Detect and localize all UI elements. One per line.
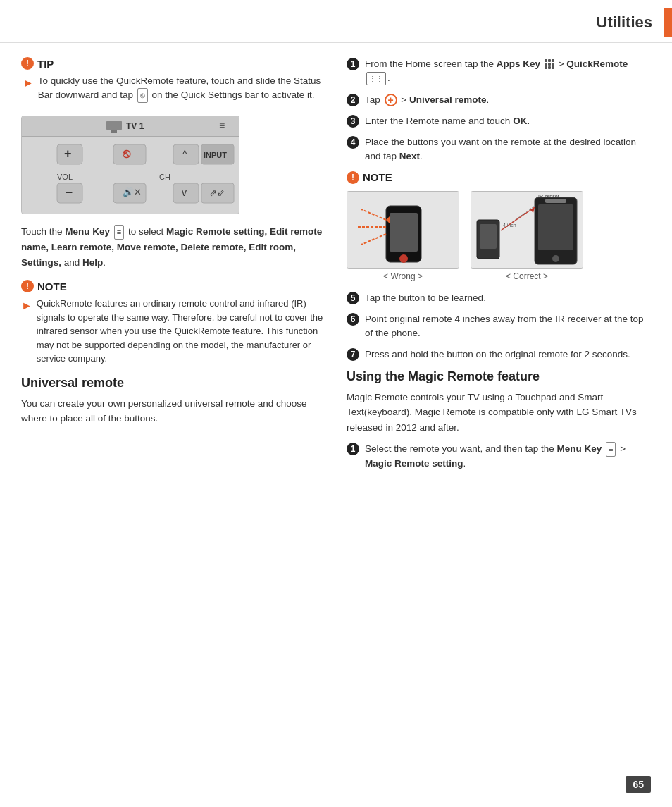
svg-text:IR sensor: IR sensor <box>538 194 560 199</box>
tip-body: ► To quickly use the QuickRemote feature… <box>23 74 325 103</box>
step-1-num: 1 <box>347 58 359 70</box>
step-1-text: From the Home screen tap the Apps Key > … <box>365 57 651 86</box>
svg-text:INPUT: INPUT <box>204 151 227 159</box>
correct-image: IR sensor 4 inch <box>471 191 583 269</box>
menu-key-help: Help <box>82 257 103 268</box>
note-left-header: ! NOTE <box>21 280 325 292</box>
svg-text:4 inch: 4 inch <box>503 223 516 228</box>
svg-rect-4 <box>111 130 117 133</box>
main-content: ! TIP ► To quickly use the QuickRemote f… <box>0 43 672 492</box>
correct-image-container: IR sensor 4 inch < Correct > <box>471 191 583 281</box>
svg-rect-40 <box>545 199 566 203</box>
wrong-image <box>347 191 459 269</box>
svg-point-28 <box>399 254 408 263</box>
remote-image: TV 1 ≡ + ⎋ ^ INPUT VOL CH <box>21 116 239 214</box>
steps-list-2: 5 Tap the button to be learned. 6 Point … <box>347 291 651 362</box>
svg-rect-3 <box>106 121 122 130</box>
step-2-text: Tap + > Universal remote. <box>365 93 489 107</box>
step-7-text: Press and hold the button on the origina… <box>365 347 630 362</box>
note-left-section: ! NOTE ► QuickRemote features an ordinar… <box>21 280 325 366</box>
menu-key-section: Touch the Menu Key ≡ to select Magic Rem… <box>21 224 325 270</box>
magic-steps-list: 1 Select the remote you want, and then t… <box>347 442 651 471</box>
svg-text:^: ^ <box>182 149 187 160</box>
page-title: Utilities <box>597 13 664 32</box>
step-4-num: 4 <box>347 136 359 149</box>
note-right-section: ! NOTE <box>347 171 651 281</box>
universal-remote-text: You can create your own personalized uni… <box>21 396 325 426</box>
page-number: 65 <box>626 776 651 793</box>
step-7-num: 7 <box>347 348 359 361</box>
svg-rect-38 <box>538 204 573 250</box>
svg-text:⇗⇙: ⇗⇙ <box>209 187 225 198</box>
step-6-text: Point original remote 4 inches away from… <box>365 312 651 341</box>
svg-text:v: v <box>182 187 187 198</box>
svg-text:TV 1: TV 1 <box>126 121 144 131</box>
svg-rect-35 <box>480 224 497 249</box>
step-5-text: Tap the button to be learned. <box>365 291 486 305</box>
tip-icon: ! <box>21 57 34 70</box>
svg-text:⎋: ⎋ <box>123 147 131 161</box>
svg-point-39 <box>552 255 559 262</box>
steps-list-1: 1 From the Home screen tap the Apps Key … <box>347 57 651 164</box>
note-right-label: NOTE <box>363 171 392 183</box>
tip-arrow: ► <box>23 75 34 92</box>
step-3-text: Enter the Remote name and touch OK. <box>365 114 530 128</box>
note-left-icon: ! <box>21 280 34 292</box>
power-icon: ⎋ <box>137 88 148 103</box>
step-2: 2 Tap + > Universal remote. <box>347 93 651 107</box>
step-4: 4 Place the buttons you want on the remo… <box>347 135 651 164</box>
left-column: ! TIP ► To quickly use the QuickRemote f… <box>21 57 325 478</box>
wrong-label: < Wrong > <box>347 271 459 281</box>
svg-rect-27 <box>390 213 418 252</box>
tip-label: TIP <box>37 58 54 70</box>
step-2-num: 2 <box>347 94 359 106</box>
correct-label: < Correct > <box>471 271 583 281</box>
note-images-row: < Wrong > <box>347 191 651 281</box>
svg-text:CH: CH <box>159 173 170 181</box>
note-left-label: NOTE <box>37 281 67 292</box>
step-3: 3 Enter the Remote name and touch OK. <box>347 114 651 128</box>
step-7: 7 Press and hold the button on the origi… <box>347 347 651 362</box>
universal-remote-heading: Universal remote <box>21 376 325 390</box>
note-left-text: QuickRemote features an ordinary remote … <box>37 297 325 366</box>
wrong-image-container: < Wrong > <box>347 191 459 281</box>
magic-step-1-num: 1 <box>347 443 359 455</box>
step-4-text: Place the buttons you want on the remote… <box>365 135 651 164</box>
svg-text:+: + <box>64 147 72 161</box>
step-5-num: 5 <box>347 292 359 304</box>
note-left-arrow: ► <box>21 297 32 314</box>
tip-section: ! TIP ► To quickly use the QuickRemote f… <box>21 57 325 103</box>
right-column: 1 From the Home screen tap the Apps Key … <box>347 57 651 478</box>
svg-text:–: – <box>66 185 73 199</box>
step-1: 1 From the Home screen tap the Apps Key … <box>347 57 651 86</box>
step-6-num: 6 <box>347 313 359 326</box>
menu-key-icon-2: ≡ <box>606 442 616 457</box>
step-6: 6 Point original remote 4 inches away fr… <box>347 312 651 341</box>
menu-key-bold: Menu Key <box>65 226 110 237</box>
menu-key-and: and <box>64 257 80 268</box>
note-left-body: ► QuickRemote features an ordinary remot… <box>21 297 325 366</box>
menu-key-text: Touch the <box>21 226 63 237</box>
svg-text:≡: ≡ <box>219 120 225 131</box>
menu-key-text2: to select <box>128 226 163 237</box>
page-header: Utilities <box>0 0 672 42</box>
menu-key-icon: ≡ <box>114 225 124 240</box>
magic-step-1: 1 Select the remote you want, and then t… <box>347 442 651 471</box>
tip-text: To quickly use the QuickRemote feature, … <box>38 74 325 103</box>
note-right-header: ! NOTE <box>347 171 651 184</box>
svg-text:🔊✕: 🔊✕ <box>123 186 142 198</box>
svg-text:VOL: VOL <box>57 173 73 181</box>
tip-header: ! TIP <box>21 57 325 70</box>
note-right-icon: ! <box>347 171 359 184</box>
plus-circle-icon: + <box>385 94 397 106</box>
step-3-num: 3 <box>347 115 359 128</box>
header-accent-bar <box>664 8 672 37</box>
svg-rect-2 <box>22 136 239 137</box>
magic-remote-text: Magic Remote controls your TV using a To… <box>347 390 651 436</box>
apps-key-icon <box>545 59 554 69</box>
quickremote-icon: ⋮⋮ <box>366 72 386 85</box>
step-5: 5 Tap the button to be learned. <box>347 291 651 305</box>
magic-step-1-text: Select the remote you want, and then tap… <box>365 442 651 471</box>
magic-remote-heading: Using the Magic Remote feature <box>347 369 651 384</box>
